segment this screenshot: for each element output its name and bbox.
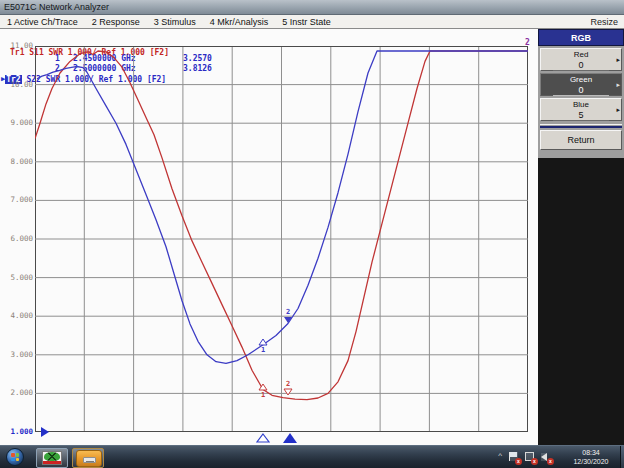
instrument-display: Tr1 S11 SWR 1.000/ Ref 1.000 [F2] ▶Tr2 S…: [0, 29, 538, 445]
trace2-clip-indicator: 2: [525, 38, 530, 47]
softkey-return-button[interactable]: Return: [540, 130, 622, 150]
y-axis-label: 11.00: [0, 41, 33, 51]
taskbar-analyzer-app-button[interactable]: [36, 448, 68, 468]
softkey-green-button[interactable]: Green 0 ▸: [540, 73, 622, 96]
clock-date: 12/30/2020: [561, 457, 621, 466]
softkey-blue-value: 5: [553, 110, 609, 121]
action-center-flag-icon[interactable]: x: [509, 452, 520, 463]
softkey-green-value: 0: [553, 85, 609, 96]
show-desktop-button[interactable]: [620, 446, 624, 468]
error-badge-icon: x: [547, 458, 554, 465]
menu-bar: 1 Active Ch/Trace2 Response3 Stimulus4 M…: [0, 15, 624, 29]
softkey-green-label: Green: [541, 75, 621, 85]
submenu-arrow-icon: ▸: [616, 81, 620, 89]
windows-taskbar: ^ x x x 08:34 12/30/2020: [0, 445, 624, 468]
network-status-icon[interactable]: x: [525, 452, 536, 463]
softkey-sidebar: RGB Red 0 ▸ Green 0 ▸ Blue 5 ▸ Return: [538, 29, 624, 445]
softkey-panel: RGB Red 0 ▸ Green 0 ▸ Blue 5 ▸ Return: [538, 29, 624, 158]
y-axis-label: 7.000: [0, 195, 33, 205]
menu-instr-state[interactable]: 5 Instr State: [275, 15, 338, 28]
softkey-red-label: Red: [541, 50, 621, 60]
marker2-stimulus-triangle[interactable]: [283, 433, 297, 443]
start-button[interactable]: [6, 448, 24, 466]
softkey-divider: [540, 124, 622, 128]
y-axis-label: 4.000: [0, 311, 33, 321]
softkey-blue-label: Blue: [541, 100, 621, 110]
error-badge-icon: x: [531, 458, 538, 465]
volume-icon[interactable]: x: [541, 452, 552, 463]
taskbar-clock[interactable]: 08:34 12/30/2020: [561, 448, 621, 466]
menu-response[interactable]: 2 Response: [85, 15, 147, 28]
softkey-menu-title: RGB: [538, 29, 624, 46]
y-axis-label: 9.000: [0, 118, 33, 128]
marker1-stimulus-triangle[interactable]: [256, 433, 270, 443]
window-titlebar: E5071C Network Analyzer: [0, 0, 624, 15]
window-title: E5071C Network Analyzer: [4, 2, 109, 12]
menu-active-ch-trace[interactable]: 1 Active Ch/Trace: [0, 15, 85, 28]
softkey-blue-button[interactable]: Blue 5 ▸: [540, 98, 622, 121]
y-axis-label: 2.000: [0, 388, 33, 398]
e5071c-screen: E5071C Network Analyzer 1 Active Ch/Trac…: [0, 0, 624, 468]
softkey-red-value: 0: [553, 60, 609, 71]
y-axis-label: 3.000: [0, 350, 33, 360]
y-axis-label: 8.000: [0, 157, 33, 167]
menu-resize[interactable]: Resize: [590, 16, 618, 29]
taskbar-drive-app-button[interactable]: [72, 448, 104, 468]
y-axis-label: 1.000: [0, 427, 33, 437]
y-axis-label: 6.000: [0, 234, 33, 244]
submenu-arrow-icon: ▸: [616, 106, 620, 114]
network-analyzer-app-icon: [42, 451, 62, 465]
clock-time: 08:34: [561, 448, 621, 457]
menu-stimulus[interactable]: 3 Stimulus: [147, 15, 203, 28]
drive-app-icon: [76, 450, 102, 467]
y-axis-label: 10.00: [0, 80, 33, 90]
submenu-arrow-icon: ▸: [616, 56, 620, 64]
menu-mkr-analysis[interactable]: 4 Mkr/Analysis: [203, 15, 276, 28]
y-axis-label: 5.000: [0, 273, 33, 283]
windows-logo-icon: [11, 453, 19, 461]
swr-plot: [35, 46, 528, 432]
tray-expand-icon[interactable]: ^: [498, 451, 502, 460]
reference-level-arrow-icon: [41, 427, 49, 437]
error-badge-icon: x: [515, 458, 522, 465]
softkey-red-button[interactable]: Red 0 ▸: [540, 48, 622, 71]
